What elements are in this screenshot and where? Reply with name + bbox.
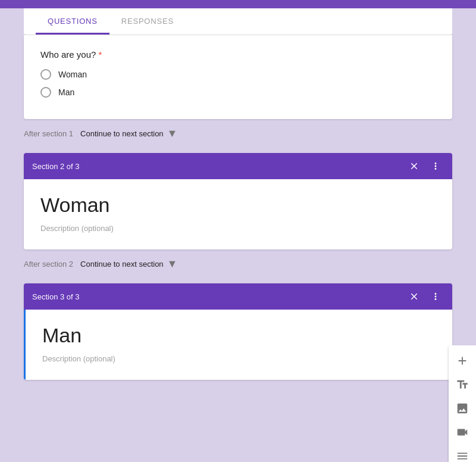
after-section-1-select[interactable]: Continue to next section ▼ (80, 127, 177, 140)
required-star: * (98, 49, 102, 60)
section-2-actions (406, 158, 444, 174)
tab-questions[interactable]: QUESTIONS (36, 8, 109, 35)
after-section-1-dropdown-arrow: ▼ (167, 127, 178, 140)
section-3-header: Section 3 of 3 (24, 283, 452, 310)
section-3-description: Description (optional) (42, 354, 436, 363)
section-2-title-badge: Section 2 of 3 (32, 162, 80, 171)
section-3-body: Man Description (optional) (24, 310, 452, 380)
top-bar (0, 0, 476, 8)
option-woman[interactable]: Woman (40, 69, 436, 80)
option-man[interactable]: Man (40, 87, 436, 98)
add-question-button[interactable] (452, 350, 473, 372)
section-2-description: Description (optional) (40, 224, 436, 233)
section-3-more-icon[interactable] (427, 288, 444, 305)
section-2-collapse-icon[interactable] (406, 158, 422, 174)
section-2-card: Section 2 of 3 Woman Description (option… (24, 153, 452, 249)
question-label: Who are you?* (40, 49, 436, 60)
section-2-name: Woman (40, 193, 436, 217)
after-section-2-select[interactable]: Continue to next section ▼ (80, 258, 177, 270)
section-2-body: Woman Description (optional) (24, 179, 452, 249)
section-2-more-icon[interactable] (427, 158, 444, 174)
after-section-2-value: Continue to next section (80, 260, 163, 269)
after-section-2-label: After section 2 (24, 260, 73, 269)
radio-label-woman: Woman (58, 70, 87, 79)
after-section-2-row: After section 2 Continue to next section… (24, 249, 452, 279)
right-toolbar (449, 345, 476, 462)
section-3-actions (406, 288, 444, 305)
after-section-1-value: Continue to next section (80, 129, 163, 138)
add-title-button[interactable] (452, 374, 473, 395)
section-1-card: Who are you?* Woman Man (24, 35, 452, 119)
section-3-card: Section 3 of 3 Man Description (optional… (24, 283, 452, 380)
section-3-collapse-icon[interactable] (406, 288, 422, 305)
tab-bar: QUESTIONS RESPONSES (24, 8, 452, 35)
radio-label-man: Man (58, 88, 74, 97)
radio-circle-woman (40, 69, 51, 80)
section-3-name[interactable]: Man (42, 324, 436, 347)
after-section-1-row: After section 1 Continue to next section… (24, 119, 452, 148)
section-2-header: Section 2 of 3 (24, 153, 452, 179)
section-3-title-badge: Section 3 of 3 (32, 292, 80, 301)
add-section-button[interactable] (452, 445, 473, 462)
after-section-2-dropdown-arrow: ▼ (167, 258, 178, 270)
add-video-button[interactable] (452, 422, 473, 443)
after-section-1-label: After section 1 (24, 129, 73, 138)
radio-circle-man (40, 87, 51, 98)
tab-responses[interactable]: RESPONSES (109, 8, 186, 35)
add-image-button[interactable] (452, 398, 473, 419)
